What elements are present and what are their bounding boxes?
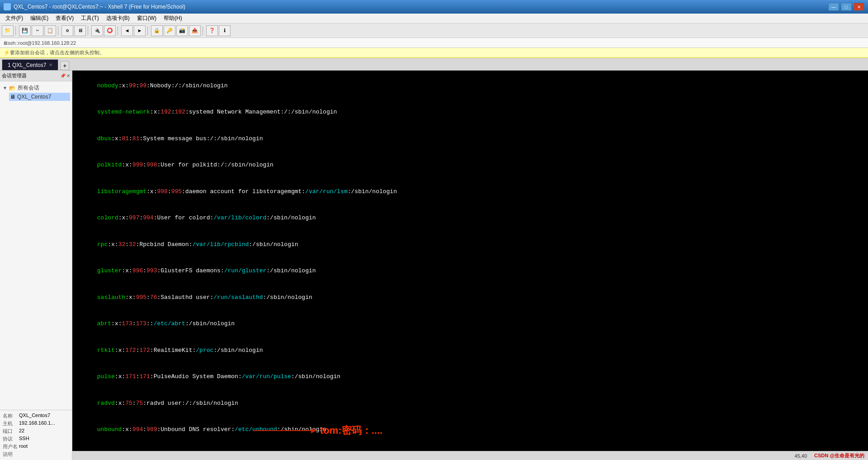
toolbar-btn-13[interactable]: 📸 <box>176 25 188 36</box>
prop-desc-val <box>19 451 69 458</box>
toolbar-btn-15[interactable]: ❓ <box>206 25 218 36</box>
term-line-colord: colord:x:997:994:User for colord:/var/li… <box>76 205 864 232</box>
term-line-nobody: nobody:x:99:99:Nobody:/:/sbin/nologin <box>76 72 864 99</box>
prop-name-key: 名称 <box>3 413 19 419</box>
address-text: ssh::root@192.168.160.128:22 <box>8 40 76 46</box>
prop-desc: 说明 <box>2 451 70 458</box>
tree-all-sessions-label: 所有会话 <box>18 84 39 92</box>
prop-proto-key: 协议 <box>3 436 19 442</box>
tab-close-icon[interactable]: ✕ <box>49 62 52 67</box>
tab-qxl-centos7[interactable]: 1 QXL_Centos7 ✕ <box>2 59 58 70</box>
toolbar-btn-3[interactable]: ✂ <box>32 25 43 36</box>
toolbar-btn-6[interactable]: 🖥 <box>74 25 86 36</box>
toolbar-sep-6 <box>203 26 204 35</box>
arrow-head <box>311 428 316 433</box>
toolbar-btn-10[interactable]: ▶ <box>134 25 146 36</box>
sidebar: 会话管理器 📌 ✕ ▼ 📂 所有会话 🖥 QXL_Centos7 名称 <box>0 71 72 460</box>
menubar: 文件(F) 编辑(E) 查看(V) 工具(T) 选项卡(B) 窗口(W) 帮助(… <box>0 14 868 24</box>
close-button[interactable]: ✕ <box>854 3 864 11</box>
addressbar: 🖥 ssh::root@192.168.160.128:22 <box>0 38 868 48</box>
prop-name: 名称 QXL_Centos7 <box>2 412 70 420</box>
menu-view[interactable]: 查看(V) <box>52 14 77 23</box>
prop-user: 用户名 root <box>2 443 70 451</box>
tree-folder-icon: 📂 <box>9 85 16 91</box>
address-icon: 🖥 <box>3 40 8 46</box>
toolbar-btn-4[interactable]: 📋 <box>44 25 56 36</box>
toolbar-btn-14[interactable]: 📤 <box>189 25 201 36</box>
menu-window[interactable]: 窗口(W) <box>133 14 160 23</box>
notif-icon: ⚡ <box>4 50 10 56</box>
sidebar-title: 会话管理器 <box>2 72 27 79</box>
toolbar-sep-2 <box>58 26 60 35</box>
sidebar-header-icons: 📌 ✕ <box>60 73 70 78</box>
titlebar-title: QXL_Centos7 - root@QXLCentos7:~ - Xshell… <box>14 4 185 10</box>
term-line-gluster: gluster:x:996:993:GlusterFS daemons:/run… <box>76 258 864 285</box>
app-icon <box>4 3 11 10</box>
toolbar: 📁 💾 ✂ 📋 ⚙ 🖥 🔌 ⭕ ◀ ▶ 🔒 🔑 📸 📤 ❓ ℹ <box>0 24 868 38</box>
sidebar-tree: ▼ 📂 所有会话 🖥 QXL_Centos7 <box>0 81 72 410</box>
tree-children: 🖥 QXL_Centos7 <box>2 93 70 101</box>
properties-panel: 名称 QXL_Centos7 主机 192.168.160.1... 端口 22… <box>0 410 72 460</box>
tree-expand-icon: ▼ <box>3 85 7 90</box>
menu-file[interactable]: 文件(F) <box>2 14 27 23</box>
term-line-dbus: dbus:x:81:81:System message bus:/:/sbin/… <box>76 125 864 152</box>
toolbar-sep-3 <box>88 26 90 35</box>
menu-tools[interactable]: 工具(T) <box>77 14 102 23</box>
sidebar-pin-icon[interactable]: 📌 <box>60 73 66 78</box>
prop-proto: 协议 SSH <box>2 435 70 443</box>
terminal[interactable]: nobody:x:99:99:Nobody:/:/sbin/nologin sy… <box>72 71 868 460</box>
toolbar-btn-8[interactable]: ⭕ <box>104 25 116 36</box>
tab-add-button[interactable]: + <box>60 61 69 70</box>
prop-port-val: 22 <box>19 428 69 435</box>
prop-port: 端口 22 <box>2 427 70 435</box>
tree-session-icon: 🖥 <box>10 94 15 100</box>
cursor-position: 45,40 <box>795 453 807 459</box>
term-line-rpc: rpc:x:32:32:Rpcbind Daemon:/var/lib/rpcb… <box>76 231 864 258</box>
prop-user-key: 用户名 <box>3 443 19 450</box>
menu-help[interactable]: 帮助(H) <box>160 14 186 23</box>
toolbar-btn-9[interactable]: ◀ <box>121 25 133 36</box>
toolbar-btn-5[interactable]: ⚙ <box>61 25 73 36</box>
minimize-button[interactable]: — <box>828 3 839 11</box>
prop-desc-key: 说明 <box>3 451 19 458</box>
term-line-polkitd: polkitd:x:999:998:User for polkitd:/:/sb… <box>76 152 864 179</box>
toolbar-sep-1 <box>15 26 17 35</box>
toolbar-btn-7[interactable]: 🔌 <box>91 25 103 36</box>
annotation-text: tom:密码：.... <box>320 424 382 437</box>
toolbar-sep-5 <box>147 26 149 35</box>
annotation-container: tom:密码：.... <box>253 424 382 437</box>
toolbar-btn-12[interactable]: 🔑 <box>164 25 175 36</box>
sidebar-close-icon[interactable]: ✕ <box>66 73 70 78</box>
menu-tab[interactable]: 选项卡(B) <box>103 14 133 23</box>
csdn-logo: CSDN @生命是有光的 <box>814 452 864 459</box>
titlebar-left: QXL_Centos7 - root@QXLCentos7:~ - Xshell… <box>4 3 185 10</box>
maximize-button[interactable]: □ <box>841 3 852 11</box>
prop-host-key: 主机 <box>3 420 19 427</box>
term-line-abrt: abrt:x:173:173::/etc/abrt:/sbin/nologin <box>76 311 864 337</box>
term-line-pulse: pulse:x:171:171:PulseAudio System Daemon… <box>76 364 864 390</box>
tree-item-all-sessions[interactable]: ▼ 📂 所有会话 <box>2 83 70 93</box>
titlebar-controls[interactable]: — □ ✕ <box>828 3 864 11</box>
annotation-arrow-line <box>253 430 312 431</box>
term-line-systemd-network: systemd-network:x:192:192:systemd Networ… <box>76 99 864 126</box>
term-line-radvd: radvd:x:75:75:radvd user:/:/sbin/nologin <box>76 390 864 417</box>
term-line-unbound: unbound:x:994:989:Unbound DNS resolver:/… <box>76 417 864 443</box>
tabbar: 1 QXL_Centos7 ✕ + <box>0 58 868 71</box>
titlebar: QXL_Centos7 - root@QXLCentos7:~ - Xshell… <box>0 0 868 14</box>
tree-item-qxl-centos7[interactable]: 🖥 QXL_Centos7 <box>9 93 70 101</box>
toolbar-btn-1[interactable]: 📁 <box>2 25 14 36</box>
toolbar-btn-16[interactable]: ℹ <box>219 25 231 36</box>
term-line-saslauth: saslauth:x:995:76:Saslauthd user:/run/sa… <box>76 284 864 311</box>
term-line-libstoragemgmt: libstoragemgmt:x:998:995:daemon account … <box>76 178 864 205</box>
prop-name-val: QXL_Centos7 <box>19 413 69 419</box>
sidebar-header: 会话管理器 📌 ✕ <box>0 71 72 81</box>
statusbar: 45,40 CSDN @生命是有光的 <box>72 451 868 460</box>
toolbar-sep-4 <box>118 26 119 35</box>
prop-proto-val: SSH <box>19 436 69 442</box>
menu-edit[interactable]: 编辑(E) <box>27 14 52 23</box>
notif-text: 要添加前台会话，请点击左侧的前头控制。 <box>10 49 104 56</box>
tree-session-label: QXL_Centos7 <box>17 94 51 100</box>
toolbar-btn-11[interactable]: 🔒 <box>151 25 163 36</box>
toolbar-btn-2[interactable]: 💾 <box>19 25 31 36</box>
prop-port-key: 端口 <box>3 428 19 435</box>
